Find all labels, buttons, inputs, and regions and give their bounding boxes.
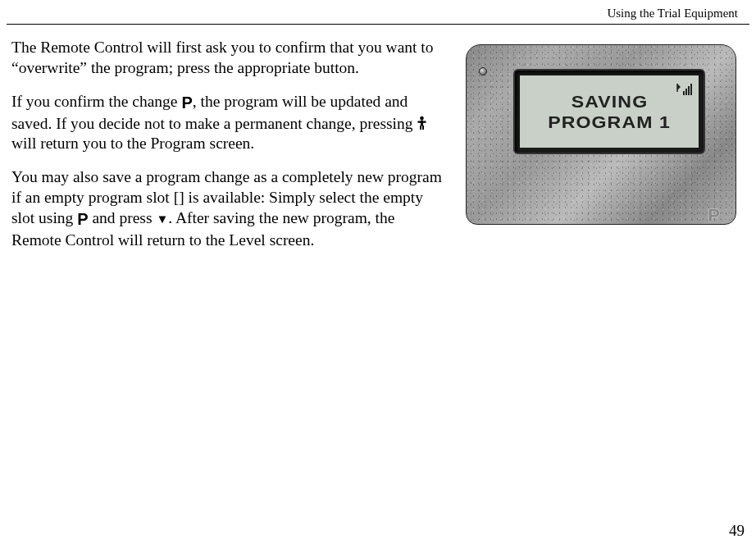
page-header: Using the Trial Equipment (7, 0, 749, 25)
person-icon (417, 116, 427, 130)
signal-icon (676, 82, 692, 97)
svg-point-5 (421, 116, 425, 120)
device-bottom-lines (466, 221, 736, 233)
lcd-screen: Saving Program 1 (520, 75, 699, 148)
p3-text-b: and press (89, 209, 157, 226)
svg-rect-3 (688, 86, 690, 95)
svg-rect-9 (422, 126, 424, 130)
lcd-line1: Saving (571, 91, 647, 112)
svg-rect-7 (418, 121, 426, 122)
device-led-left (479, 67, 487, 75)
svg-rect-2 (685, 89, 687, 95)
svg-rect-8 (420, 126, 421, 130)
svg-rect-4 (690, 84, 692, 95)
p-button-icon-2: P (77, 209, 88, 231)
page-number: 49 (729, 522, 745, 540)
p2-text-a: If you confirm the change (11, 93, 181, 110)
p2-text-c: will return you to the Program screen. (11, 135, 254, 152)
lcd-line2: Program 1 (548, 112, 671, 132)
page-content: Saving Program 1 P The Remote Control wi… (0, 25, 756, 251)
paragraph-1-text: The Remote Control will first ask you to… (11, 39, 434, 76)
header-title: Using the Trial Equipment (607, 7, 738, 20)
svg-rect-1 (683, 91, 685, 95)
device-figure: Saving Program 1 P (458, 38, 745, 233)
device-outer: Saving Program 1 P (458, 38, 745, 233)
down-triangle-icon: ▼ (156, 212, 168, 227)
p-button-icon: P (181, 93, 192, 114)
